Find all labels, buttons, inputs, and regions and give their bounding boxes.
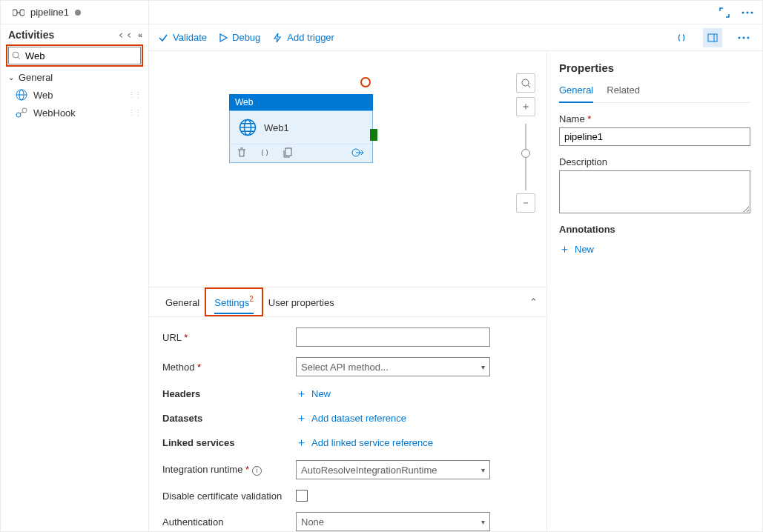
- zoom-in-button[interactable]: ＋: [516, 97, 535, 116]
- svg-point-25: [522, 79, 529, 86]
- svg-point-17: [747, 36, 750, 39]
- globe-icon: [239, 119, 257, 136]
- url-input[interactable]: [296, 327, 490, 347]
- fullscreen-icon[interactable]: [716, 4, 733, 21]
- svg-point-3: [13, 52, 19, 58]
- prop-tab-related[interactable]: Related: [607, 84, 640, 102]
- activity-search[interactable]: [8, 47, 141, 64]
- properties-header: Properties: [559, 61, 750, 74]
- pipeline-canvas[interactable]: Web Web1: [149, 51, 546, 287]
- activity-node-web1[interactable]: Web Web1: [229, 94, 373, 163]
- activity-item-label: WebHook: [33, 107, 76, 119]
- disable-cert-label: Disable certificate validation: [162, 491, 296, 502]
- chevron-down-icon: ⌄: [8, 73, 14, 82]
- activity-item-webhook[interactable]: WebHook ⋮⋮: [1, 104, 148, 122]
- activities-sidebar: pipeline1 Activities ﹤﹤ « ⌄ General: [1, 1, 149, 531]
- headers-label: Headers: [162, 388, 296, 399]
- add-linked-service-button[interactable]: ＋Add linked service reference: [296, 436, 433, 450]
- add-trigger-button[interactable]: Add trigger: [272, 32, 334, 43]
- clone-node-icon[interactable]: [283, 147, 293, 158]
- activity-item-web[interactable]: Web ⋮⋮: [1, 86, 148, 104]
- pipeline-name-input[interactable]: [559, 127, 750, 146]
- tab-user-properties[interactable]: User properties: [261, 290, 342, 314]
- drag-handle-icon: ⋮⋮: [128, 90, 141, 100]
- debug-label: Debug: [232, 32, 260, 43]
- activity-settings-panel: General Settings2 User properties ⌃ URL …: [149, 287, 546, 531]
- zoom-slider[interactable]: [525, 124, 526, 190]
- activity-item-label: Web: [33, 90, 53, 101]
- top-right-row: [149, 1, 762, 24]
- svg-rect-1: [20, 10, 24, 16]
- zoom-out-button[interactable]: －: [516, 193, 535, 213]
- properties-panel: Properties General Related Name * Descri…: [547, 51, 762, 531]
- integration-runtime-label: Integration runtime *i: [162, 464, 296, 476]
- svg-point-11: [747, 11, 749, 13]
- pipeline-description-input[interactable]: [559, 170, 750, 213]
- collapse-panel-icon[interactable]: «: [138, 30, 142, 39]
- disable-cert-checkbox[interactable]: [296, 490, 308, 502]
- plus-icon: ＋: [296, 436, 307, 450]
- chevron-down-icon: ▾: [481, 466, 485, 474]
- authentication-select[interactable]: None ▾: [296, 512, 490, 531]
- zoom-thumb[interactable]: [521, 149, 530, 158]
- svg-line-4: [18, 57, 20, 59]
- tab-settings[interactable]: Settings2: [207, 290, 261, 314]
- pipeline-tab-row: pipeline1: [1, 1, 148, 24]
- svg-line-26: [528, 85, 530, 87]
- pipeline-tab[interactable]: pipeline1: [7, 1, 87, 24]
- success-connector[interactable]: [370, 129, 377, 141]
- info-icon[interactable]: i: [252, 466, 262, 476]
- pipeline-icon: [13, 7, 24, 18]
- plus-icon: ＋: [296, 387, 307, 401]
- node-output-icon[interactable]: [351, 147, 365, 158]
- properties-toggle-icon[interactable]: [703, 28, 722, 47]
- validation-marker-icon: [360, 77, 371, 87]
- add-annotation-button[interactable]: ＋ New: [559, 242, 750, 256]
- pipeline-tab-label: pipeline1: [30, 7, 69, 18]
- chevron-down-icon: ▾: [481, 518, 485, 526]
- zoom-fit-button[interactable]: [516, 73, 535, 93]
- pipeline-toolbar: Validate Debug Add trigger: [149, 24, 762, 51]
- validate-button[interactable]: Validate: [158, 32, 207, 43]
- activity-group-general[interactable]: ⌄ General: [1, 69, 148, 86]
- zoom-control: ＋ －: [515, 73, 536, 217]
- collapse-settings-icon[interactable]: ⌃: [529, 296, 538, 307]
- activity-group-label: General: [19, 72, 53, 83]
- svg-point-15: [739, 36, 741, 39]
- unsaved-dot-icon: [75, 10, 81, 16]
- integration-runtime-select[interactable]: AutoResolveIntegrationRuntime ▾: [296, 460, 490, 479]
- add-dataset-button[interactable]: ＋Add dataset reference: [296, 411, 406, 425]
- datasets-label: Datasets: [162, 413, 296, 424]
- activity-search-input[interactable]: [24, 47, 151, 64]
- authentication-label: Authentication: [162, 516, 296, 528]
- svg-point-16: [743, 36, 745, 39]
- node-code-icon[interactable]: [260, 147, 270, 158]
- search-icon: [12, 51, 21, 60]
- node-type-label: Web: [229, 94, 373, 110]
- more-icon[interactable]: [739, 8, 756, 17]
- code-view-icon[interactable]: [672, 28, 691, 47]
- svg-rect-23: [285, 148, 291, 156]
- prop-tab-general[interactable]: General: [559, 84, 593, 103]
- toolbar-more-icon[interactable]: [734, 28, 753, 47]
- node-name: Web1: [264, 122, 289, 133]
- expand-all-icon[interactable]: ﹤﹤: [117, 30, 133, 41]
- debug-button[interactable]: Debug: [219, 32, 260, 43]
- activities-title: Activities: [8, 29, 117, 41]
- svg-rect-13: [708, 34, 717, 41]
- validate-label: Validate: [173, 32, 207, 43]
- svg-rect-0: [13, 10, 17, 16]
- add-header-button[interactable]: ＋New: [296, 387, 331, 401]
- url-label: URL *: [162, 332, 296, 343]
- plus-icon: ＋: [296, 411, 307, 425]
- delete-node-icon[interactable]: [237, 147, 246, 158]
- linked-services-label: Linked services: [162, 437, 296, 448]
- tab-general[interactable]: General: [158, 290, 207, 314]
- add-trigger-label: Add trigger: [287, 32, 334, 43]
- drag-handle-icon: ⋮⋮: [128, 108, 141, 118]
- activities-header: Activities ﹤﹤ «: [1, 24, 148, 44]
- chevron-down-icon: ▾: [481, 363, 485, 371]
- settings-error-badge: 2: [249, 295, 254, 303]
- method-select[interactable]: Select API method... ▾: [296, 357, 490, 376]
- method-label: Method *: [162, 362, 296, 373]
